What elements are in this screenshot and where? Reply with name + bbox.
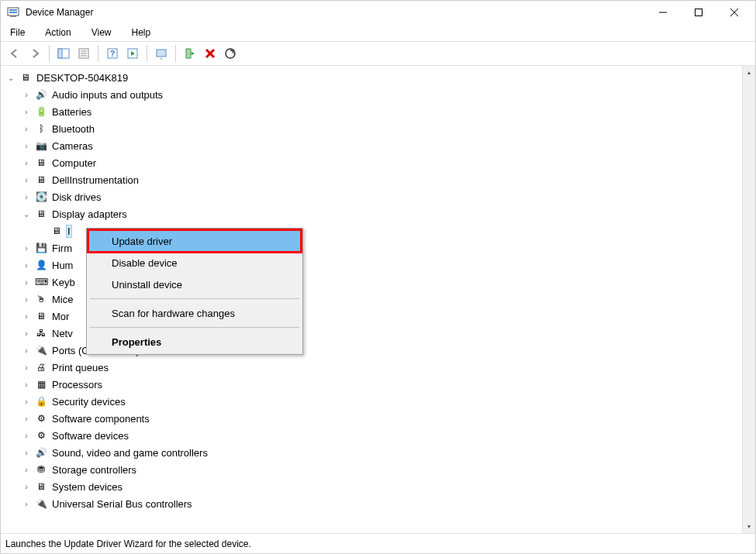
tree-node-label: Netv — [50, 327, 74, 340]
tree-category[interactable]: ⌄🖥Display adapters — [1, 205, 742, 222]
expand-toggle[interactable]: › — [21, 311, 32, 322]
expand-toggle[interactable]: › — [21, 362, 32, 373]
tree-category[interactable]: ›🔒Security devices — [1, 393, 742, 410]
scroll-up-arrow[interactable]: ▴ — [743, 66, 755, 79]
expand-toggle[interactable]: › — [21, 277, 32, 287]
context-menu-item[interactable]: Update driver — [88, 230, 301, 252]
show-hide-tree-button[interactable] — [54, 44, 73, 63]
expand-toggle[interactable]: › — [21, 174, 32, 185]
expand-toggle[interactable]: › — [21, 106, 32, 117]
device-icon: 👤 — [35, 259, 47, 271]
tree-node-label: Disk drives — [50, 191, 103, 204]
context-menu-item[interactable]: Properties — [88, 331, 301, 353]
svg-rect-18 — [186, 49, 191, 58]
toolbar-separator — [98, 45, 98, 62]
tree-category[interactable]: ›⚙Software components — [1, 410, 742, 427]
app-icon — [7, 6, 19, 19]
expand-toggle[interactable]: › — [21, 430, 32, 441]
tree-category[interactable]: ›▦Processors — [1, 376, 742, 393]
scan-hardware-button[interactable] — [221, 44, 240, 63]
expand-toggle[interactable]: ⌄ — [5, 72, 16, 83]
tree-category[interactable]: ›📷Cameras — [1, 137, 742, 154]
expand-toggle[interactable]: › — [21, 396, 32, 407]
tree-category[interactable]: ›ᛒBluetooth — [1, 120, 742, 137]
tree-category[interactable]: ›💽Disk drives — [1, 188, 742, 205]
menu-action[interactable]: Action — [42, 26, 74, 40]
device-icon: 🔋 — [35, 105, 47, 118]
enable-device-button[interactable] — [181, 44, 199, 63]
close-button[interactable] — [716, 1, 752, 24]
expand-toggle[interactable]: › — [21, 157, 32, 168]
device-icon: 🖥 — [35, 480, 47, 493]
device-icon: 💾 — [35, 242, 47, 254]
expand-toggle[interactable]: › — [21, 498, 32, 509]
expand-toggle[interactable]: › — [21, 89, 32, 100]
svg-rect-17 — [157, 50, 166, 57]
device-icon: 🔌 — [35, 497, 47, 510]
scroll-down-arrow[interactable]: ▾ — [743, 520, 755, 533]
tree-node-label: Processors — [50, 378, 104, 391]
expand-toggle[interactable]: › — [21, 328, 32, 339]
tree-category[interactable]: ›🖨Print queues — [1, 359, 742, 376]
forward-button[interactable] — [26, 44, 44, 63]
context-menu: Update driverDisable deviceUninstall dev… — [86, 228, 303, 355]
tree-category[interactable]: ›⛃Storage controllers — [1, 461, 742, 478]
svg-rect-9 — [58, 49, 62, 58]
menubar: File Action View Help — [1, 24, 755, 41]
expand-toggle[interactable]: › — [21, 294, 32, 305]
minimize-button[interactable] — [645, 1, 681, 24]
tree-category[interactable]: ›🖥DellInstrumentation — [1, 171, 742, 188]
context-menu-separator — [90, 298, 299, 299]
tree-node-label: Keyb — [50, 276, 77, 289]
status-text: Launches the Update Driver Wizard for th… — [5, 539, 251, 549]
tree-category[interactable]: ›⚙Software devices — [1, 427, 742, 444]
tree-category[interactable]: ›🖥Computer — [1, 154, 742, 171]
expand-toggle[interactable]: › — [21, 260, 32, 270]
tree-node-label: Security devices — [50, 395, 127, 408]
svg-text:?: ? — [110, 50, 115, 58]
device-icon: 🖥 — [35, 174, 47, 186]
maximize-button[interactable] — [681, 1, 716, 24]
tree-category[interactable]: ›🔊Sound, video and game controllers — [1, 444, 742, 461]
action-button[interactable] — [123, 44, 142, 63]
expand-toggle[interactable]: › — [21, 345, 32, 356]
menu-help[interactable]: Help — [129, 26, 154, 40]
properties-button[interactable] — [74, 44, 93, 63]
statusbar: Launches the Update Driver Wizard for th… — [1, 533, 755, 553]
device-icon: 🖥 — [35, 208, 47, 220]
expand-toggle[interactable]: › — [21, 379, 32, 390]
context-menu-item[interactable]: Scan for hardware changes — [88, 302, 301, 324]
tree-category[interactable]: ›🔌Universal Serial Bus controllers — [1, 495, 742, 512]
device-icon: ⌨ — [35, 276, 47, 288]
menu-file[interactable]: File — [7, 26, 28, 40]
context-menu-item[interactable]: Uninstall device — [88, 274, 301, 295]
expand-toggle[interactable]: ⌄ — [21, 208, 32, 219]
tree-node-label: System devices — [50, 480, 124, 494]
help-button[interactable]: ? — [103, 44, 122, 63]
expand-toggle[interactable]: › — [21, 464, 32, 475]
expand-toggle[interactable]: › — [21, 140, 32, 151]
device-icon: 🔒 — [35, 395, 47, 408]
tree-node-label: Software components — [50, 412, 151, 425]
device-icon: ▦ — [35, 378, 47, 391]
context-menu-item[interactable]: Disable device — [88, 252, 301, 274]
vertical-scrollbar[interactable]: ▴ ▾ — [742, 66, 755, 533]
tree-category[interactable]: ›🖥System devices — [1, 478, 742, 495]
tree-node-label: Sound, video and game controllers — [50, 446, 209, 459]
uninstall-button[interactable] — [201, 44, 219, 63]
tree-category[interactable]: ›🔊Audio inputs and outputs — [1, 86, 742, 103]
expand-toggle[interactable]: › — [21, 481, 32, 492]
device-icon: ⛃ — [35, 463, 47, 476]
expand-toggle[interactable] — [36, 225, 47, 236]
expand-toggle[interactable]: › — [21, 191, 32, 202]
tree-category[interactable]: ›🔋Batteries — [1, 103, 742, 120]
menu-view[interactable]: View — [88, 26, 115, 40]
update-driver-button[interactable] — [152, 44, 171, 63]
expand-toggle[interactable]: › — [21, 243, 32, 253]
expand-toggle[interactable]: › — [21, 413, 32, 424]
tree-root[interactable]: ⌄🖥DESKTOP-504K819 — [1, 69, 742, 86]
scroll-track[interactable] — [743, 79, 755, 520]
expand-toggle[interactable]: › — [21, 447, 32, 458]
expand-toggle[interactable]: › — [21, 123, 32, 134]
back-button[interactable] — [5, 44, 24, 63]
